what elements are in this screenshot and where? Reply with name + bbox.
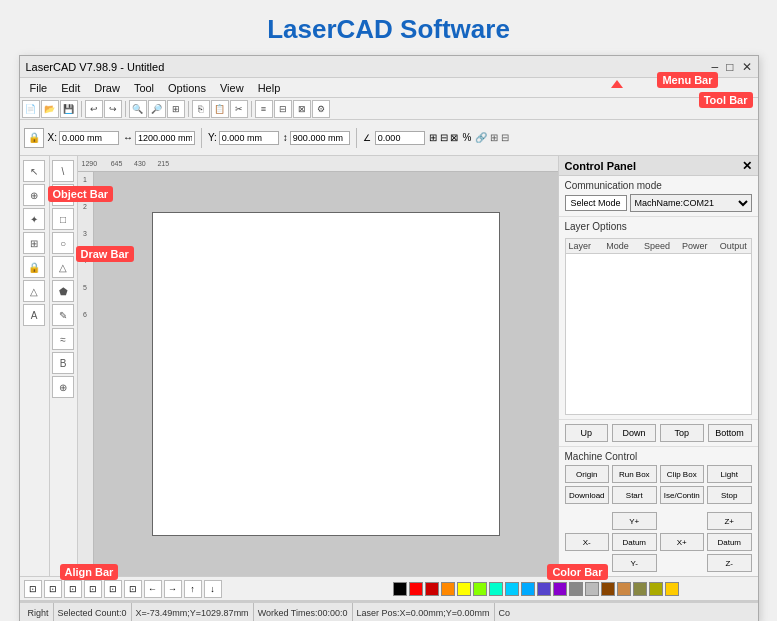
menu-draw[interactable]: Draw (88, 81, 126, 95)
coord-lock-icon[interactable]: 🔒 (24, 128, 44, 148)
obj-lock-btn[interactable]: 🔒 (23, 256, 45, 278)
align-top-btn[interactable]: ⊡ (84, 580, 102, 598)
color-black[interactable] (393, 582, 407, 596)
layer-bottom-btn[interactable]: Bottom (708, 424, 752, 442)
draw-point-btn[interactable]: ⊕ (52, 376, 74, 398)
coord-x-input[interactable] (59, 131, 119, 145)
light-btn[interactable]: Light (707, 465, 752, 483)
toolbar-undo[interactable]: ↩ (85, 100, 103, 118)
color-red2[interactable] (425, 582, 439, 596)
toolbar-open[interactable]: 📂 (41, 100, 59, 118)
color-teal[interactable] (489, 582, 503, 596)
obj-triangle-btn[interactable]: △ (23, 280, 45, 302)
layer-top-btn[interactable]: Top (660, 424, 704, 442)
toolbar-copy[interactable]: ⎘ (192, 100, 210, 118)
jog-datum[interactable]: Datum (612, 533, 657, 551)
maximize-button[interactable]: □ (726, 60, 733, 74)
align-left2-btn[interactable]: ← (144, 580, 162, 598)
align-center-h-btn[interactable]: ⊡ (44, 580, 62, 598)
color-gray2[interactable] (585, 582, 599, 596)
color-cyan[interactable] (505, 582, 519, 596)
toolbar-redo[interactable]: ↪ (104, 100, 122, 118)
color-olive1[interactable] (633, 582, 647, 596)
menu-tool[interactable]: Tool (128, 81, 160, 95)
draw-triangle-btn[interactable]: △ (52, 256, 74, 278)
jog-datum-z[interactable]: Datum (707, 533, 752, 551)
color-gray1[interactable] (569, 582, 583, 596)
color-blue[interactable] (521, 582, 535, 596)
toolbar-cut[interactable]: ✂ (230, 100, 248, 118)
draw-pen-btn[interactable]: ✎ (52, 304, 74, 326)
color-lime[interactable] (473, 582, 487, 596)
toolbar-align[interactable]: ≡ (255, 100, 273, 118)
coord-y-field: Y: (208, 131, 279, 145)
toolbar-zoom-in[interactable]: 🔍 (129, 100, 147, 118)
color-indigo[interactable] (537, 582, 551, 596)
toolbar-settings[interactable]: ⚙ (312, 100, 330, 118)
canvas-drawing[interactable] (94, 172, 558, 576)
toolbar-zoom-fit[interactable]: ⊞ (167, 100, 185, 118)
menu-options[interactable]: Options (162, 81, 212, 95)
panel-close-button[interactable]: ✕ (742, 159, 752, 173)
angle-input[interactable] (375, 131, 425, 145)
draw-line-btn[interactable]: \ (52, 160, 74, 182)
draw-ellipse-btn[interactable]: ○ (52, 232, 74, 254)
jog-z-minus[interactable]: Z- (707, 554, 752, 572)
layer-down-btn[interactable]: Down (612, 424, 656, 442)
align-left-btn[interactable]: ⊡ (24, 580, 42, 598)
jog-y-plus[interactable]: Y+ (612, 512, 657, 530)
jog-y-minus[interactable]: Y- (612, 554, 657, 572)
run-box-btn[interactable]: Run Box (612, 465, 657, 483)
coord-y-input[interactable] (219, 131, 279, 145)
menu-file[interactable]: File (24, 81, 54, 95)
menu-view[interactable]: View (214, 81, 250, 95)
jog-x-minus[interactable]: X- (565, 533, 610, 551)
toolbar-save[interactable]: 💾 (60, 100, 78, 118)
align-bottom-btn[interactable]: ⊡ (124, 580, 142, 598)
ruler-vertical: 123456 (78, 172, 94, 576)
menu-edit[interactable]: Edit (55, 81, 86, 95)
toolbar-paste[interactable]: 📋 (211, 100, 229, 118)
clip-box-btn[interactable]: Clip Box (660, 465, 705, 483)
layer-up-btn[interactable]: Up (565, 424, 609, 442)
obj-transform-btn[interactable]: ✦ (23, 208, 45, 230)
draw-rect-btn[interactable]: □ (52, 208, 74, 230)
color-tan[interactable] (617, 582, 631, 596)
toolbar-ungroup[interactable]: ⊠ (293, 100, 311, 118)
menu-help[interactable]: Help (252, 81, 287, 95)
close-button[interactable]: ✕ (742, 60, 752, 74)
color-purple[interactable] (553, 582, 567, 596)
color-yellow[interactable] (457, 582, 471, 596)
obj-text-btn[interactable]: A (23, 304, 45, 326)
origin-btn[interactable]: Origin (565, 465, 610, 483)
download-btn[interactable]: Download (565, 486, 610, 504)
align-up2-btn[interactable]: ↑ (184, 580, 202, 598)
color-gold[interactable] (665, 582, 679, 596)
ise-contin-btn[interactable]: Ise/Contin (660, 486, 705, 504)
color-red1[interactable] (409, 582, 423, 596)
coord-h-input[interactable] (290, 131, 350, 145)
draw-text-btn[interactable]: B (52, 352, 74, 374)
toolbar-group[interactable]: ⊟ (274, 100, 292, 118)
draw-curve-btn[interactable]: ≈ (52, 328, 74, 350)
color-olive2[interactable] (649, 582, 663, 596)
select-mode-button[interactable]: Select Mode (565, 195, 627, 211)
stop-btn[interactable]: Stop (707, 486, 752, 504)
align-down2-btn[interactable]: ↓ (204, 580, 222, 598)
obj-scale-btn[interactable]: ⊞ (23, 232, 45, 254)
toolbar-zoom-out[interactable]: 🔎 (148, 100, 166, 118)
color-orange[interactable] (441, 582, 455, 596)
jog-z-plus[interactable]: Z+ (707, 512, 752, 530)
align-center-v-btn[interactable]: ⊡ (104, 580, 122, 598)
align-right2-btn[interactable]: → (164, 580, 182, 598)
obj-node-btn[interactable]: ⊕ (23, 184, 45, 206)
start-btn[interactable]: Start (612, 486, 657, 504)
jog-x-plus[interactable]: X+ (660, 533, 705, 551)
align-right-btn[interactable]: ⊡ (64, 580, 82, 598)
color-brown[interactable] (601, 582, 615, 596)
mach-name-dropdown[interactable]: MachName:COM21 MachName:COM22 (630, 194, 752, 212)
toolbar-new[interactable]: 📄 (22, 100, 40, 118)
draw-polygon-btn[interactable]: ⬟ (52, 280, 74, 302)
obj-select-btn[interactable]: ↖ (23, 160, 45, 182)
coord-w-input[interactable] (135, 131, 195, 145)
